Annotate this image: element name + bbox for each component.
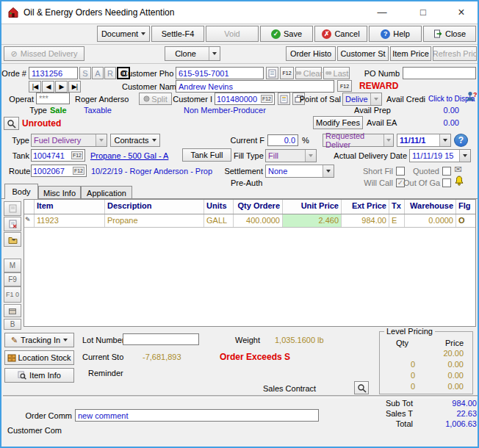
route-search-button[interactable] <box>4 117 19 130</box>
grid-header-tx[interactable]: Tx <box>389 200 405 214</box>
void-button[interactable]: Void <box>206 26 259 42</box>
side-box-icon[interactable] <box>4 304 21 317</box>
route-f12-button[interactable]: F12 <box>73 167 84 175</box>
refresh-price-button[interactable]: Refresh Pric <box>433 46 477 61</box>
clone-button[interactable]: Clone <box>165 46 220 61</box>
nav-prev-icon[interactable]: ◀ <box>42 81 54 93</box>
delivery-type-select[interactable]: Fuel Delivery <box>31 134 107 147</box>
grid-header-unit-price[interactable]: Unit Price <box>283 200 342 214</box>
cancel-button[interactable]: ✗ Cancel <box>314 26 367 42</box>
customer-id-input[interactable]: 101480000 F12 <box>215 93 275 105</box>
fill-type-select[interactable]: Fill <box>265 149 317 162</box>
customer-name-input[interactable] <box>176 80 334 93</box>
document-button[interactable]: Document <box>97 26 150 42</box>
side-f9-button[interactable]: F9 <box>4 272 21 286</box>
point-of-sale-select[interactable]: Delive <box>342 93 382 106</box>
grid-header-description[interactable]: Description <box>105 200 204 214</box>
customer-st-label: Customer St <box>340 49 385 58</box>
customer-name-f12-button[interactable]: F12 <box>337 80 352 92</box>
missed-delivery-button[interactable]: ⊘ Missed Delivery <box>4 46 84 61</box>
grid-header-selector <box>24 200 35 214</box>
location-stock-button[interactable]: Location Stock <box>4 350 74 365</box>
table-row[interactable]: ✎ 11923 Propane GALL 400.0000 2.460 984.… <box>24 214 475 228</box>
tab-misc-info[interactable]: Misc Info <box>38 186 81 199</box>
out-of-gas-bell-icon[interactable] <box>454 175 464 187</box>
phone-notepad-icon[interactable] <box>266 67 278 79</box>
tab-application[interactable]: Application <box>81 186 132 199</box>
order-status-s-button[interactable]: S <box>79 67 91 79</box>
requested-date-select[interactable]: 11/11/1 <box>397 134 451 147</box>
tank-number-input[interactable]: 1004741 F12 <box>31 149 85 162</box>
settlement-select[interactable]: None <box>265 165 334 178</box>
customer-st-button[interactable]: Customer St <box>337 46 389 61</box>
fill-type-value: Fill <box>268 151 278 160</box>
nav-next-icon[interactable]: ▶ <box>55 81 68 93</box>
split-button[interactable]: Split <box>139 93 172 105</box>
customer-phone-input[interactable] <box>176 67 264 79</box>
requested-delivery-select[interactable]: Requested Deliver <box>323 134 394 147</box>
maximize-icon[interactable]: □ <box>406 1 440 23</box>
last-button[interactable]: Last <box>323 67 350 79</box>
actual-delivery-date-select[interactable]: 11/11/19 15 <box>409 149 471 162</box>
close-icon[interactable]: × <box>445 1 478 23</box>
side-export-folder-icon[interactable] <box>4 232 21 247</box>
tank-full-button[interactable]: Tank Full <box>182 148 231 162</box>
short-fill-checkbox[interactable] <box>396 167 405 176</box>
grid-header-warehouse[interactable]: Warehouse <box>405 200 456 214</box>
date-help-icon[interactable]: ? <box>454 134 468 147</box>
lot-number-input[interactable] <box>123 333 199 345</box>
nav-last-icon[interactable]: ▶| <box>68 81 81 93</box>
phone-f12-button[interactable]: F12 <box>280 67 294 79</box>
item-price-button[interactable]: Item Price <box>390 46 431 61</box>
grid-header-units[interactable]: Units <box>204 200 234 214</box>
app-icon <box>7 7 19 18</box>
minimize-icon[interactable]: — <box>365 1 399 23</box>
contracts-button[interactable]: Contracts <box>110 134 160 147</box>
quoted-checkbox[interactable] <box>442 167 451 176</box>
route-number-input[interactable]: 1002067 F12 <box>31 165 87 177</box>
tank-description-link[interactable]: Propane - 500 Gal - A <box>90 151 168 160</box>
order-comment-input[interactable] <box>75 409 319 422</box>
last-icon <box>325 70 332 76</box>
grid-header-qty[interactable]: Qty Ordere <box>234 200 283 214</box>
settle-label: Settle-F4 <box>162 29 195 38</box>
tank-f12-button[interactable]: F12 <box>71 151 83 159</box>
order-history-label: Order Histo <box>290 49 331 58</box>
operator-input[interactable] <box>36 93 70 104</box>
po-number-input[interactable] <box>403 67 476 79</box>
close-form-button[interactable]: Close <box>423 26 476 42</box>
point-of-sale-value: Delive <box>345 95 368 104</box>
grid-header-ext-price[interactable]: Ext Price <box>342 200 389 214</box>
tab-body[interactable]: Body <box>4 184 38 199</box>
route-label: Route <box>9 167 29 176</box>
customer-id-f12-button[interactable]: F12 <box>261 95 273 103</box>
out-of-gas-checkbox[interactable] <box>442 178 451 187</box>
grid-header-flg[interactable]: Flg <box>456 200 475 214</box>
order-status-r-button[interactable]: R <box>104 67 116 79</box>
credit-person-icon[interactable]: ? <box>466 90 477 102</box>
quote-note-envelope-icon[interactable]: ✉ <box>454 164 462 175</box>
side-add-line-icon[interactable] <box>4 201 21 216</box>
side-m-button[interactable]: M <box>4 259 21 272</box>
order-status-a-button[interactable]: A <box>92 67 104 79</box>
order-number-input[interactable] <box>29 67 78 79</box>
side-delete-line-icon[interactable] <box>4 217 21 231</box>
customer-id-value: 101480000 <box>217 95 257 104</box>
modify-fees-button[interactable]: Modify Fees <box>313 116 363 129</box>
help-button[interactable]: ? Help <box>369 26 422 42</box>
clone-dropdown-arrow[interactable] <box>209 47 220 60</box>
order-history-button[interactable]: Order Histo <box>286 46 336 61</box>
item-info-button[interactable]: Item Info <box>4 368 74 383</box>
current-f-input[interactable] <box>267 134 298 146</box>
sales-contract-search-button[interactable] <box>354 381 369 394</box>
save-button[interactable]: ✓ Save <box>260 26 313 42</box>
clear-button[interactable]: Clear <box>295 67 322 79</box>
save-check-icon: ✓ <box>271 29 281 39</box>
settle-button[interactable]: Settle-F4 <box>151 26 204 42</box>
customer-notepad-icon[interactable] <box>278 93 290 105</box>
side-f10-button[interactable]: F1 0 <box>4 286 21 303</box>
tracking-in-button[interactable]: ✎ Tracking In <box>4 333 74 347</box>
nav-first-icon[interactable]: |◀ <box>29 81 41 93</box>
grid-header-item[interactable]: Item <box>35 200 105 214</box>
side-b-button[interactable]: B <box>4 319 21 330</box>
